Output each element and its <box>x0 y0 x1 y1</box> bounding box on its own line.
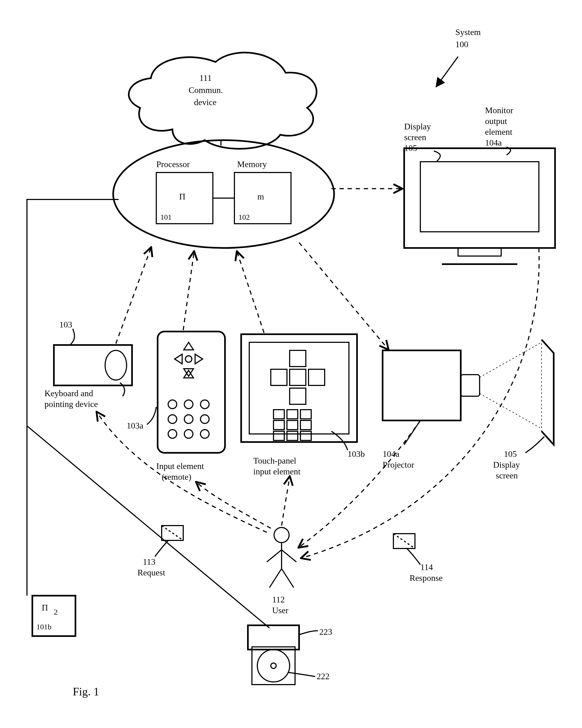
response-label: Response <box>409 573 443 583</box>
proc2-sub: 2 <box>54 608 58 616</box>
proc2-ref: 101b <box>36 623 51 631</box>
svg-point-17 <box>168 430 177 438</box>
system-label-text: System <box>455 27 481 37</box>
svg-point-15 <box>184 415 193 423</box>
proc2-symbol: Π <box>42 603 48 613</box>
svg-point-55 <box>271 663 276 669</box>
svg-rect-5 <box>458 248 501 256</box>
cpu-oval: Processor Π 101 Memory m 102 <box>113 140 334 248</box>
processor-symbol: Π <box>179 192 185 201</box>
user <box>267 527 296 588</box>
svg-rect-33 <box>273 431 284 440</box>
svg-line-38 <box>480 342 541 378</box>
user-ref: 112 <box>272 595 285 604</box>
drive: 223 222 <box>248 625 332 684</box>
svg-point-54 <box>257 650 290 682</box>
svg-point-0 <box>113 140 334 248</box>
monitor-out2: output <box>485 116 507 126</box>
touch-ref: 103b <box>348 449 365 459</box>
figure-label: Fig. 1 <box>73 685 99 698</box>
svg-rect-26 <box>290 388 306 404</box>
svg-line-43 <box>267 550 282 562</box>
display-ref: 105 <box>404 143 417 153</box>
svg-rect-37 <box>461 375 480 396</box>
svg-rect-27 <box>273 410 284 419</box>
svg-rect-22 <box>290 350 306 367</box>
svg-line-46 <box>282 569 294 588</box>
projector-label: Projector <box>382 460 415 470</box>
svg-line-48 <box>162 526 183 540</box>
arrow-remote-to-cpu <box>183 252 194 330</box>
projscreen-ref: 105 <box>504 449 517 459</box>
cloud-ref: 111 <box>200 73 212 83</box>
svg-point-14 <box>168 415 177 423</box>
line-to-drive <box>27 426 269 628</box>
cloud-line1: Commun. <box>189 85 223 95</box>
keyboard: 103 Keyboard and pointing device <box>45 320 132 409</box>
arrow-kb-to-cpu <box>116 248 151 344</box>
request-label: Request <box>137 568 165 577</box>
monitor-out3: element <box>485 127 512 137</box>
svg-rect-32 <box>300 420 311 430</box>
system-ref: 100 <box>455 40 468 49</box>
svg-line-44 <box>282 550 296 562</box>
processor-label: Processor <box>156 159 190 169</box>
svg-rect-28 <box>287 410 298 419</box>
svg-point-11 <box>168 400 177 409</box>
drive-ref-outer: 223 <box>319 627 332 636</box>
projector-ref: 104a <box>382 449 399 459</box>
display-label: Display <box>404 122 431 131</box>
kb-ref: 103 <box>59 320 72 329</box>
svg-line-45 <box>269 569 282 588</box>
cloud-commun-device: 111 Commun. device <box>129 53 317 149</box>
projscreen-line1: Display <box>493 460 520 470</box>
svg-line-50 <box>393 534 415 548</box>
remote-line2: (remote) <box>162 472 191 482</box>
processor-2: Π 2 101b <box>32 596 75 636</box>
processor-ref: 101 <box>160 213 171 221</box>
touch-line2: input element <box>253 467 300 476</box>
monitor-out1: Monitor <box>485 105 513 115</box>
touch-panel: 103b Touch-panel input element <box>241 334 365 476</box>
memory-ref: 102 <box>238 213 250 221</box>
svg-point-18 <box>184 430 193 438</box>
svg-point-41 <box>274 527 289 543</box>
arrow-user-to-touch <box>282 477 290 526</box>
svg-rect-25 <box>309 369 325 385</box>
response-ref: 114 <box>420 562 433 572</box>
svg-rect-34 <box>287 431 298 440</box>
svg-rect-53 <box>252 647 295 684</box>
system-label: System 100 <box>436 27 481 86</box>
request-ref: 113 <box>143 557 156 567</box>
svg-rect-52 <box>248 625 299 650</box>
projector: 104a Projector 105 Display screen <box>382 340 554 480</box>
arrow-cpu-to-projector <box>299 242 388 349</box>
svg-point-8 <box>105 350 127 380</box>
svg-rect-29 <box>300 410 311 419</box>
remote-input: 103a Input element (remote) <box>127 332 225 482</box>
svg-rect-23 <box>271 369 287 385</box>
remote-ref: 103a <box>127 421 143 431</box>
svg-point-12 <box>184 400 193 409</box>
arrow-touch-to-cpu <box>237 252 264 333</box>
monitor: Display screen 105 Monitor output elemen… <box>404 105 555 264</box>
arrow-projector-to-user <box>299 420 420 547</box>
response: 114 Response <box>393 534 443 583</box>
cloud-line2: device <box>194 97 217 107</box>
svg-rect-36 <box>382 350 461 420</box>
arrow-monitor-to-user <box>302 248 539 558</box>
touch-line1: Touch-panel <box>253 456 296 466</box>
svg-rect-24 <box>290 369 306 385</box>
monitor-out-ref: 104a <box>485 138 502 148</box>
remote-line1: Input element <box>156 461 204 471</box>
projscreen-line2: screen <box>496 471 518 480</box>
svg-line-39 <box>480 393 541 428</box>
kb-line1: Keyboard and <box>45 388 93 398</box>
user-label: User <box>272 605 289 615</box>
svg-rect-4 <box>420 162 539 232</box>
drive-ref-inner: 222 <box>317 671 329 681</box>
svg-point-13 <box>201 400 209 409</box>
svg-point-19 <box>201 430 209 438</box>
kb-line2: pointing device <box>45 399 98 409</box>
svg-rect-3 <box>404 148 555 248</box>
